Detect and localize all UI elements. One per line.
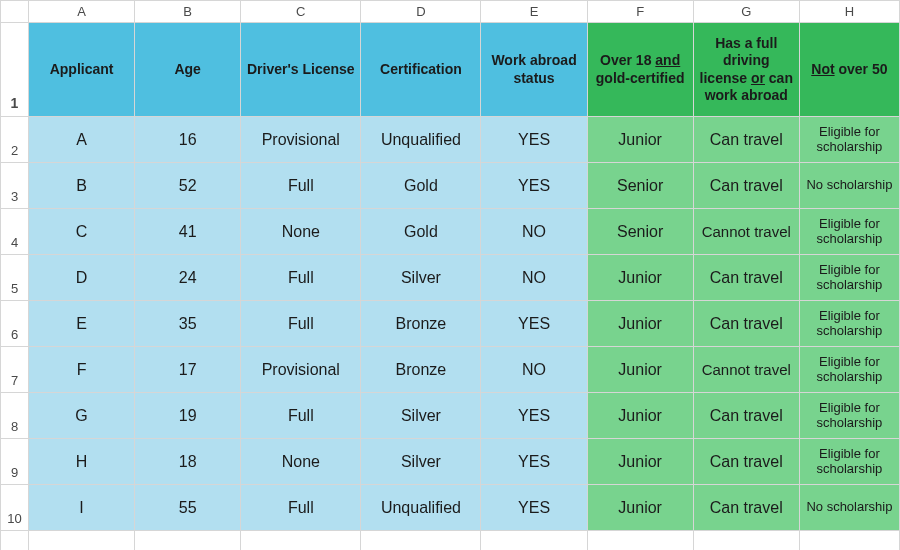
cell[interactable] <box>135 531 241 551</box>
cell-g[interactable]: Can travel <box>693 393 799 439</box>
cell[interactable] <box>241 531 361 551</box>
col-letter[interactable]: G <box>693 1 799 23</box>
row-number[interactable] <box>1 531 29 551</box>
row-number[interactable]: 9 <box>1 439 29 485</box>
cell[interactable] <box>29 531 135 551</box>
cell-cert[interactable]: Gold <box>361 209 481 255</box>
col-letter[interactable]: B <box>135 1 241 23</box>
col-letter[interactable]: E <box>481 1 587 23</box>
cell-h[interactable]: Eligible for scholarship <box>799 117 899 163</box>
cell[interactable] <box>587 531 693 551</box>
cell-applicant[interactable]: I <box>29 485 135 531</box>
cell-g[interactable]: Can travel <box>693 439 799 485</box>
cell-license[interactable]: Full <box>241 301 361 347</box>
cell-license[interactable]: None <box>241 209 361 255</box>
cell-f[interactable]: Senior <box>587 209 693 255</box>
cell-g[interactable]: Can travel <box>693 163 799 209</box>
row-number[interactable]: 5 <box>1 255 29 301</box>
cell-applicant[interactable]: B <box>29 163 135 209</box>
cell-applicant[interactable]: A <box>29 117 135 163</box>
cell-f[interactable]: Junior <box>587 301 693 347</box>
cell-abroad[interactable]: YES <box>481 301 587 347</box>
cell-applicant[interactable]: D <box>29 255 135 301</box>
cell-h[interactable]: Eligible for scholarship <box>799 255 899 301</box>
cell-cert[interactable]: Gold <box>361 163 481 209</box>
cell-age[interactable]: 16 <box>135 117 241 163</box>
row-number[interactable]: 3 <box>1 163 29 209</box>
header-work-abroad[interactable]: Work abroad status <box>481 23 587 117</box>
cell-g[interactable]: Can travel <box>693 117 799 163</box>
cell-h[interactable]: Eligible for scholarship <box>799 301 899 347</box>
cell-g[interactable]: Cannot travel <box>693 347 799 393</box>
cell-age[interactable]: 41 <box>135 209 241 255</box>
cell-f[interactable]: Junior <box>587 439 693 485</box>
cell-age[interactable]: 24 <box>135 255 241 301</box>
cell-abroad[interactable]: YES <box>481 163 587 209</box>
cell-f[interactable]: Junior <box>587 393 693 439</box>
cell[interactable] <box>799 531 899 551</box>
cell-cert[interactable]: Unqualified <box>361 117 481 163</box>
col-letter[interactable]: F <box>587 1 693 23</box>
cell-h[interactable]: Eligible for scholarship <box>799 439 899 485</box>
row-number[interactable]: 1 <box>1 23 29 117</box>
cell-age[interactable]: 17 <box>135 347 241 393</box>
cell-cert[interactable]: Unqualified <box>361 485 481 531</box>
row-number[interactable]: 8 <box>1 393 29 439</box>
cell-license[interactable]: Provisional <box>241 117 361 163</box>
cell-f[interactable]: Junior <box>587 117 693 163</box>
cell-abroad[interactable]: YES <box>481 117 587 163</box>
cell-age[interactable]: 18 <box>135 439 241 485</box>
cell-license[interactable]: Full <box>241 393 361 439</box>
cell-applicant[interactable]: E <box>29 301 135 347</box>
cell-cert[interactable]: Bronze <box>361 347 481 393</box>
cell-abroad[interactable]: NO <box>481 255 587 301</box>
cell-age[interactable]: 35 <box>135 301 241 347</box>
cell-f[interactable]: Junior <box>587 255 693 301</box>
cell-h[interactable]: No scholarship <box>799 163 899 209</box>
cell-license[interactable]: Full <box>241 255 361 301</box>
header-age[interactable]: Age <box>135 23 241 117</box>
header-not-over-50[interactable]: Not over 50 <box>799 23 899 117</box>
cell-abroad[interactable]: NO <box>481 347 587 393</box>
spreadsheet-grid[interactable]: A B C D E F G H 1 Applicant Age Driver's… <box>0 0 900 550</box>
cell-license[interactable]: Full <box>241 485 361 531</box>
cell-license[interactable]: Provisional <box>241 347 361 393</box>
cell[interactable] <box>481 531 587 551</box>
row-number[interactable]: 2 <box>1 117 29 163</box>
row-number[interactable]: 4 <box>1 209 29 255</box>
cell-h[interactable]: Eligible for scholarship <box>799 347 899 393</box>
row-number[interactable]: 10 <box>1 485 29 531</box>
cell[interactable] <box>361 531 481 551</box>
cell-g[interactable]: Can travel <box>693 301 799 347</box>
cell-abroad[interactable]: YES <box>481 485 587 531</box>
header-has-full-license[interactable]: Has a full driving license or can work a… <box>693 23 799 117</box>
cell-cert[interactable]: Silver <box>361 439 481 485</box>
col-letter[interactable]: C <box>241 1 361 23</box>
cell-age[interactable]: 19 <box>135 393 241 439</box>
cell-applicant[interactable]: F <box>29 347 135 393</box>
cell-f[interactable]: Junior <box>587 347 693 393</box>
cell-f[interactable]: Junior <box>587 485 693 531</box>
header-applicant[interactable]: Applicant <box>29 23 135 117</box>
cell-abroad[interactable]: YES <box>481 439 587 485</box>
cell-abroad[interactable]: YES <box>481 393 587 439</box>
cell-age[interactable]: 55 <box>135 485 241 531</box>
cell-g[interactable]: Cannot travel <box>693 209 799 255</box>
col-letter[interactable]: D <box>361 1 481 23</box>
cell-cert[interactable]: Silver <box>361 255 481 301</box>
cell-cert[interactable]: Bronze <box>361 301 481 347</box>
col-letter[interactable]: H <box>799 1 899 23</box>
header-license[interactable]: Driver's License <box>241 23 361 117</box>
cell-cert[interactable]: Silver <box>361 393 481 439</box>
cell-abroad[interactable]: NO <box>481 209 587 255</box>
cell-applicant[interactable]: H <box>29 439 135 485</box>
col-letter[interactable]: A <box>29 1 135 23</box>
cell[interactable] <box>693 531 799 551</box>
cell-h[interactable]: No scholarship <box>799 485 899 531</box>
cell-g[interactable]: Can travel <box>693 485 799 531</box>
cell-license[interactable]: Full <box>241 163 361 209</box>
cell-f[interactable]: Senior <box>587 163 693 209</box>
corner-cell[interactable] <box>1 1 29 23</box>
cell-g[interactable]: Can travel <box>693 255 799 301</box>
cell-h[interactable]: Eligible for scholarship <box>799 209 899 255</box>
